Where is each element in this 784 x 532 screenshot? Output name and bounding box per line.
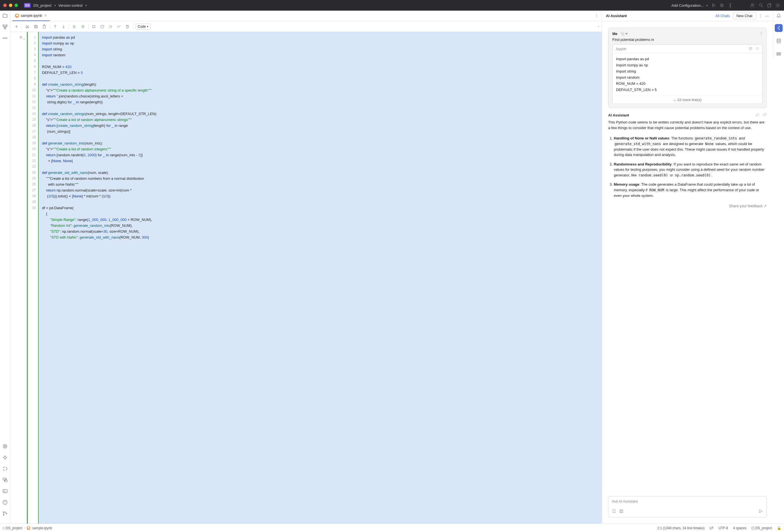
cell-type-dropdown[interactable]: Code ▾ bbox=[135, 24, 151, 30]
database-icon[interactable] bbox=[775, 37, 783, 45]
svg-point-28 bbox=[82, 26, 84, 27]
indent-setting[interactable]: 4 spaces bbox=[733, 526, 747, 530]
run-all-icon[interactable] bbox=[108, 24, 114, 30]
components-icon[interactable] bbox=[775, 50, 783, 58]
add-cell-icon[interactable] bbox=[13, 24, 20, 30]
python-console-icon[interactable] bbox=[2, 477, 8, 483]
svg-rect-35 bbox=[777, 54, 780, 55]
code-cell[interactable]: import pandas as pd import numpy as np i… bbox=[38, 32, 602, 524]
close-icon[interactable]: ✕ bbox=[44, 13, 47, 18]
interpreter[interactable]: DS_project bbox=[752, 526, 772, 530]
project-name[interactable]: DS_project bbox=[33, 3, 51, 7]
svg-point-15 bbox=[4, 456, 6, 459]
new-chat-button[interactable]: New Chat bbox=[733, 12, 756, 19]
project-badge: DS bbox=[24, 3, 30, 7]
updates-icon[interactable] bbox=[767, 2, 772, 8]
save-icon[interactable] bbox=[619, 509, 623, 514]
bookmark-icon[interactable] bbox=[612, 509, 616, 514]
more-icon[interactable] bbox=[2, 35, 8, 41]
insert-code-icon[interactable] bbox=[755, 47, 759, 51]
cut-icon[interactable] bbox=[24, 24, 30, 30]
search-icon[interactable] bbox=[758, 2, 764, 8]
chevron-down-icon[interactable]: ▾ bbox=[85, 4, 87, 7]
jupyter-icon bbox=[15, 14, 19, 18]
breadcrumb-project[interactable]: □ DS_project bbox=[3, 526, 22, 530]
play-icon[interactable] bbox=[711, 2, 716, 8]
bug-icon[interactable] bbox=[719, 2, 725, 8]
thumbs-up-icon[interactable] bbox=[755, 113, 760, 118]
line-gutter: 1234567891011121314151617181920212223242… bbox=[27, 32, 38, 524]
svg-rect-9 bbox=[6, 25, 7, 26]
assistant-intro: This Python code seems to be written cor… bbox=[608, 119, 767, 131]
restart-icon[interactable] bbox=[99, 24, 105, 30]
paste-icon[interactable] bbox=[41, 24, 47, 30]
git-icon[interactable] bbox=[2, 511, 8, 517]
svg-point-21 bbox=[6, 513, 7, 514]
chevron-down-icon[interactable]: ▾ bbox=[706, 4, 708, 7]
list-item: Handling of None or NaN values: The func… bbox=[614, 136, 767, 158]
window-controls[interactable] bbox=[3, 4, 18, 7]
folder-icon[interactable] bbox=[2, 13, 8, 19]
jupyter-icon bbox=[27, 526, 30, 530]
encoding[interactable]: UTF-8 bbox=[719, 526, 728, 530]
ai-assistant-icon[interactable] bbox=[775, 24, 783, 32]
expand-code-link[interactable]: ⌄ 23 more line(s) bbox=[613, 96, 762, 104]
svg-point-2 bbox=[730, 5, 730, 6]
add-user-icon[interactable] bbox=[750, 2, 755, 8]
chevron-down-icon[interactable]: ▾ bbox=[54, 4, 56, 7]
delete-icon[interactable] bbox=[124, 24, 131, 30]
gear-icon[interactable] bbox=[775, 2, 781, 8]
clear-output-icon[interactable] bbox=[116, 24, 122, 30]
feedback-link[interactable]: Share your feedback ↗ bbox=[608, 204, 767, 208]
breadcrumb-file[interactable]: sample.ipynb bbox=[32, 526, 52, 530]
ai-input-box[interactable]: Ask AI Assistant bbox=[608, 496, 767, 517]
run-config-dropdown[interactable]: Add Configuration... bbox=[671, 3, 704, 7]
ai-input-placeholder: Ask AI Assistant bbox=[612, 499, 763, 503]
svg-point-1 bbox=[730, 4, 730, 4]
bell-icon[interactable] bbox=[776, 13, 781, 19]
kebab-icon[interactable]: ⋮ bbox=[759, 14, 762, 18]
attachment-icon[interactable]: 📎⏷ bbox=[620, 32, 628, 36]
vcs-dropdown[interactable]: Version control bbox=[58, 3, 83, 7]
code-snippet: import pandas as pd import numpy as np i… bbox=[613, 53, 762, 96]
file-tab[interactable]: sample.ipynb ✕ bbox=[12, 11, 50, 21]
loading-icon[interactable] bbox=[2, 466, 8, 472]
copy-icon[interactable] bbox=[33, 24, 39, 30]
svg-rect-6 bbox=[768, 4, 771, 7]
all-chats-link[interactable]: All Chats bbox=[716, 14, 730, 18]
up-arrow-icon[interactable] bbox=[52, 24, 58, 30]
svg-rect-24 bbox=[35, 26, 37, 28]
kebab-icon[interactable]: ⋮ bbox=[759, 31, 763, 35]
debug-icon[interactable] bbox=[2, 455, 8, 461]
thumbs-down-icon[interactable] bbox=[762, 113, 767, 118]
copy-code-icon[interactable] bbox=[749, 47, 753, 51]
svg-point-13 bbox=[6, 38, 7, 39]
minimize-icon[interactable]: — bbox=[765, 14, 769, 18]
cursor-position: 2:1 (1348 chars, 34 line breaks) bbox=[657, 526, 704, 530]
svg-point-19 bbox=[3, 511, 4, 512]
down-arrow-icon[interactable] bbox=[60, 24, 67, 30]
svg-point-14 bbox=[3, 444, 7, 448]
assistant-label: AI Assistant bbox=[608, 113, 629, 117]
svg-point-4 bbox=[752, 4, 753, 5]
send-icon[interactable] bbox=[758, 509, 763, 514]
structure-icon[interactable] bbox=[2, 24, 8, 30]
kebab-icon[interactable] bbox=[727, 2, 733, 8]
svg-rect-32 bbox=[620, 510, 623, 513]
stop-icon[interactable] bbox=[91, 24, 97, 30]
line-separator[interactable]: LF bbox=[709, 526, 713, 530]
lock-icon[interactable]: 🔓 bbox=[777, 526, 781, 530]
user-message: ⋮ Me 📎⏷ Find potential problems in Jupyt… bbox=[608, 27, 767, 108]
terminal-icon[interactable] bbox=[2, 488, 8, 495]
services-icon[interactable] bbox=[2, 444, 8, 450]
svg-rect-31 bbox=[749, 47, 751, 49]
kebab-icon[interactable]: ⋮ bbox=[593, 14, 600, 18]
svg-rect-30 bbox=[750, 48, 752, 50]
svg-point-11 bbox=[3, 38, 3, 39]
problems-icon[interactable] bbox=[2, 500, 8, 506]
run-cell-icon[interactable] bbox=[72, 24, 78, 30]
chevron-right-icon[interactable]: › bbox=[598, 24, 599, 29]
code-lang-label: Jupyter bbox=[615, 47, 626, 51]
svg-rect-17 bbox=[3, 489, 7, 493]
debug-cell-icon[interactable] bbox=[80, 24, 86, 30]
